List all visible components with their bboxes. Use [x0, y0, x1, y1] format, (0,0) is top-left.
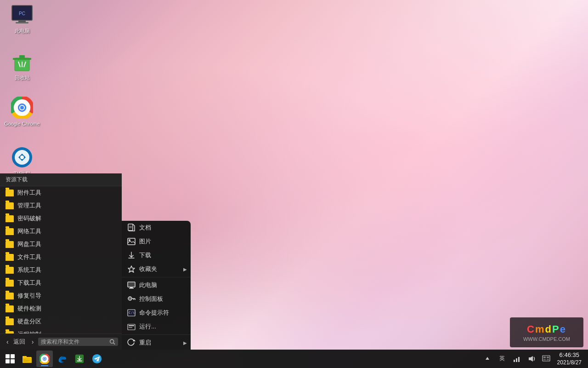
cmdpe-d: d [545, 323, 552, 335]
cmdpe-logo-text: CmdPe [527, 323, 566, 335]
tray-volume[interactable] [525, 352, 538, 365]
explorer-icon [22, 354, 32, 363]
folder-item-label: 文件工具 [17, 253, 41, 261]
quick-item-document[interactable]: 文档 [122, 221, 191, 235]
svg-rect-7 [13, 58, 31, 60]
quick-item-controlpanel[interactable]: 控制面板 [122, 292, 191, 306]
search-bar [38, 338, 118, 346]
computer-icon-label: 此电脑 [15, 28, 30, 34]
folder-item-label: 网络工具 [17, 227, 41, 236]
svg-rect-47 [23, 361, 28, 362]
clock-area[interactable]: 6:46:35 2021/8/27 [554, 351, 584, 366]
svg-rect-45 [23, 359, 26, 360]
forward-button[interactable]: › [29, 337, 37, 347]
system-tray: 英 [481, 351, 586, 366]
cmdpe-m: m [535, 323, 545, 335]
quick-item-run[interactable]: 运行... [122, 320, 191, 334]
recycle-icon-label: 回收站 [15, 75, 30, 81]
folder-item[interactable]: 附件工具 [0, 186, 122, 199]
nav-bar: ‹ 返回 › [0, 334, 122, 350]
quick-item-favorites[interactable]: 收藏夹 ▶ [122, 262, 191, 276]
svg-marker-26 [128, 266, 135, 272]
folder-header: 资源下载 [0, 173, 122, 186]
arrow-right-icon: ▶ [183, 267, 187, 272]
folder-item-label: 网盘工具 [17, 240, 41, 248]
tray-view-desktop[interactable] [540, 352, 553, 365]
svg-point-51 [44, 358, 45, 360]
tray-expand-icon [485, 356, 490, 362]
cmdpe-url: WWW.CMDPE.COM [523, 336, 570, 342]
restart-item[interactable]: 重启 ▶ [122, 336, 191, 350]
run-icon [127, 322, 136, 331]
svg-point-24 [129, 239, 130, 241]
folder-icon [6, 254, 14, 261]
folder-icon [6, 228, 14, 235]
svg-rect-29 [130, 287, 133, 288]
computer-label: 此电脑 [139, 281, 157, 289]
folder-icon [6, 241, 14, 248]
controlpanel-label: 控制面板 [139, 295, 163, 303]
back-button[interactable]: ‹ [4, 337, 11, 347]
quick-item-download[interactable]: 下载 [122, 248, 191, 262]
search-icon [109, 339, 115, 345]
clock-date: 2021/8/27 [557, 359, 582, 367]
folder-item-label: 硬件检测 [17, 305, 41, 313]
quick-item-picture[interactable]: 图片 [122, 235, 191, 248]
desktop-icon-recycle[interactable]: 回收站 [4, 51, 40, 81]
tray-network[interactable] [510, 352, 523, 365]
tray-keyboard[interactable]: 英 [496, 352, 509, 365]
tray-expand[interactable] [481, 352, 494, 365]
folder-item-label: 硬盘分区 [17, 317, 41, 326]
cmd-label: 命令提示符 [139, 309, 169, 317]
folder-icon [6, 202, 14, 209]
taskbar-telegram-icon [92, 354, 102, 364]
folder-item[interactable]: 管理工具 [0, 199, 122, 212]
start-button[interactable] [2, 351, 18, 367]
taskbar-chrome[interactable] [36, 351, 53, 367]
star-icon [127, 265, 136, 273]
taskbar-tool1[interactable] [71, 351, 88, 367]
folder-item[interactable]: 远程控制 [0, 328, 122, 334]
quick-item-computer[interactable]: 此电脑 [122, 278, 191, 292]
svg-rect-39 [129, 325, 134, 326]
search-input[interactable] [41, 339, 109, 345]
teamviewer-icon [11, 146, 33, 168]
picture-label: 图片 [139, 237, 151, 246]
folder-item[interactable]: 网盘工具 [0, 238, 122, 251]
svg-rect-58 [518, 357, 520, 362]
taskbar-tool1-icon [74, 354, 85, 364]
folder-item[interactable]: 系统工具 [0, 264, 122, 276]
cmdpe-e: e [560, 323, 566, 335]
folder-icon [6, 318, 14, 325]
svg-rect-56 [514, 360, 515, 362]
svg-line-19 [113, 343, 115, 344]
desktop-icon-chrome[interactable]: Google Chrome [4, 97, 40, 127]
svg-marker-55 [486, 357, 489, 360]
svg-rect-57 [516, 358, 517, 362]
picture-icon [127, 237, 136, 246]
taskbar-edge[interactable] [54, 351, 70, 367]
folder-item-label: 下载工具 [17, 279, 41, 287]
folder-item[interactable]: 硬盘分区 [0, 315, 122, 328]
desktop-icon-computer[interactable]: PC 此电脑 [4, 4, 40, 34]
restart-label: 重启 [139, 339, 151, 347]
taskbar-telegram[interactable] [89, 351, 105, 367]
folder-item-label: 附件工具 [17, 189, 41, 197]
svg-point-32 [129, 298, 131, 299]
svg-rect-44 [23, 356, 27, 358]
folder-item-label: 管理工具 [17, 201, 41, 210]
folder-icon [6, 331, 14, 334]
folder-item[interactable]: 文件工具 [0, 251, 122, 264]
volume-icon [527, 355, 536, 362]
quick-item-cmd[interactable]: C:\>_ 命令提示符 [122, 306, 191, 320]
folder-item[interactable]: 硬件检测 [0, 302, 122, 315]
folder-item[interactable]: 网络工具 [0, 225, 122, 238]
folder-item[interactable]: 密码破解 [0, 212, 122, 225]
folder-item[interactable]: 修复引导 [0, 289, 122, 302]
folder-item[interactable]: 下载工具 [0, 276, 122, 289]
panel-divider-2 [122, 334, 191, 335]
desktop-icon-teamviewer[interactable]: TV远程 [4, 146, 40, 177]
taskbar-explorer[interactable] [19, 351, 35, 367]
taskbar-edge-icon [57, 354, 67, 364]
folder-item-label: 修复引导 [17, 292, 41, 300]
